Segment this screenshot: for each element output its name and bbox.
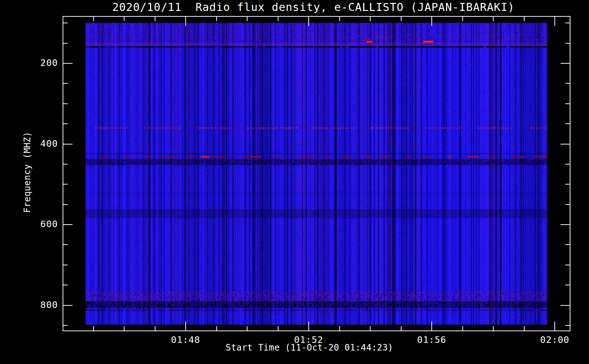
tick-mark [565, 103, 570, 104]
chart-title: 2020/10/11 Radio flux density, e-CALLIST… [63, 1, 564, 13]
x-axis-title: Start Time (11-Oct-20 01:44:23) [63, 343, 556, 353]
tick-mark [565, 164, 570, 165]
tick-mark [565, 204, 570, 205]
tick-mark [561, 63, 570, 64]
tick-mark [565, 244, 570, 245]
tick-mark [308, 321, 309, 331]
tick-mark [401, 16, 402, 21]
tick-mark [565, 325, 570, 326]
tick-mark [278, 16, 278, 21]
y-tick-label: 800 [21, 300, 58, 310]
tick-mark [185, 16, 186, 26]
tick-mark [370, 326, 371, 331]
tick-mark [247, 326, 248, 331]
tick-mark [370, 16, 371, 21]
tick-mark [565, 83, 570, 84]
tick-mark [339, 16, 340, 21]
tick-mark [493, 16, 494, 21]
tick-mark [124, 326, 124, 331]
tick-mark [93, 326, 94, 331]
y-tick-label: 400 [21, 138, 58, 149]
tick-mark [216, 16, 217, 21]
tick-mark [565, 23, 570, 23]
tick-mark [431, 16, 432, 26]
tick-mark [63, 325, 68, 326]
tick-mark [63, 103, 68, 104]
tick-mark [63, 305, 72, 306]
tick-mark [247, 16, 248, 21]
tick-mark [462, 16, 463, 21]
tick-mark [63, 265, 68, 265]
tick-mark [565, 43, 570, 44]
tick-mark [155, 16, 155, 21]
tick-mark [524, 16, 525, 21]
tick-mark [565, 285, 570, 285]
tick-mark [216, 326, 217, 331]
tick-mark [308, 16, 309, 26]
tick-mark [63, 224, 72, 225]
tick-mark [63, 184, 68, 185]
tick-mark [63, 285, 68, 285]
tick-mark [63, 123, 68, 124]
tick-mark [63, 244, 68, 245]
tick-mark [401, 326, 402, 331]
tick-mark [93, 16, 94, 21]
y-tick-label: 200 [21, 58, 58, 68]
tick-mark [554, 321, 555, 331]
plot-frame [63, 16, 570, 331]
tick-mark [185, 321, 186, 331]
tick-mark [561, 144, 570, 145]
tick-mark [462, 326, 463, 331]
tick-mark [565, 123, 570, 124]
tick-mark [63, 43, 68, 44]
tick-mark [565, 184, 570, 185]
tick-mark [493, 326, 494, 331]
tick-mark [63, 23, 68, 23]
tick-mark [554, 16, 555, 26]
tick-mark [565, 265, 570, 265]
tick-mark [63, 63, 72, 64]
tick-mark [124, 16, 124, 21]
tick-mark [155, 326, 155, 331]
tick-mark [63, 164, 68, 165]
tick-mark [431, 321, 432, 331]
tick-mark [524, 326, 525, 331]
tick-mark [561, 224, 570, 225]
tick-mark [561, 305, 570, 306]
y-tick-label: 600 [21, 219, 58, 230]
tick-mark [63, 204, 68, 205]
tick-mark [63, 83, 68, 84]
spectrogram-figure: 2020/10/11 Radio flux density, e-CALLIST… [0, 0, 589, 364]
tick-mark [339, 326, 340, 331]
tick-mark [278, 326, 278, 331]
tick-mark [63, 144, 72, 145]
